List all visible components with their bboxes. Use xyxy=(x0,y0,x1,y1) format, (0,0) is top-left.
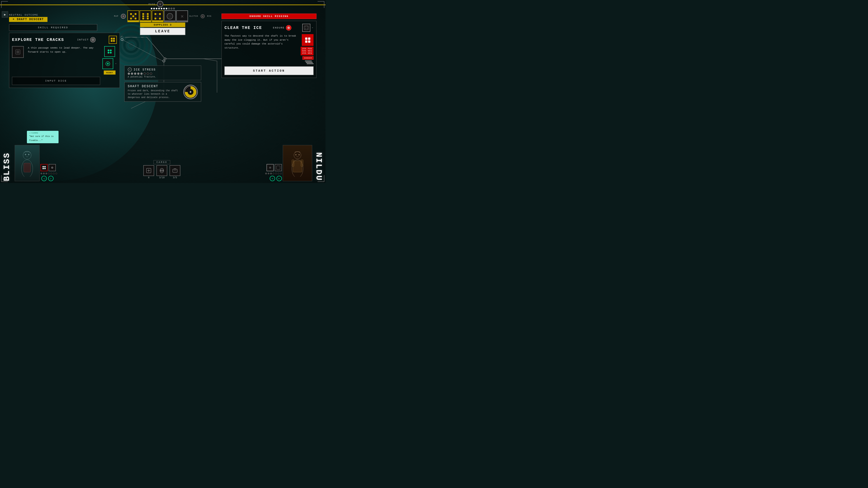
svg-point-22 xyxy=(307,26,308,27)
corner-decoration-br xyxy=(318,175,324,182)
skill-type-label: INTUIT xyxy=(77,38,89,41)
cargo-item-1: 0 xyxy=(143,165,154,179)
svg-rect-58 xyxy=(301,160,303,166)
right-action-desc: The fastest way to descend the shaft is … xyxy=(224,34,298,64)
left-char-group: //COMMS "Not sure if this is fixable..." xyxy=(13,131,59,181)
neutral-outcome-label: NEUTRAL OUTCOME xyxy=(9,13,120,16)
left-nav-fwd[interactable]: ▷ xyxy=(48,176,54,181)
x-icon: ✕ xyxy=(128,68,132,72)
cargo-icon-3[interactable] xyxy=(169,165,180,176)
dice-slot-3[interactable] xyxy=(152,10,164,22)
dice-slot-2[interactable] xyxy=(140,10,151,22)
supplies-text: SUPPLIES 3 xyxy=(154,24,172,26)
right-die-slot-row: - xyxy=(302,24,313,32)
progress-dots xyxy=(151,8,175,9)
stress-dot-7 xyxy=(147,72,149,75)
dice-slot-4[interactable] xyxy=(164,10,176,22)
leave-label: LEAVE xyxy=(155,29,170,33)
svg-point-11 xyxy=(92,39,93,40)
right-progress xyxy=(265,173,282,174)
die-slot-cyan[interactable] xyxy=(104,46,115,57)
endure-missing-text: ENDURE SKILL MISSING xyxy=(250,15,288,18)
bp-dot-2 xyxy=(43,173,45,174)
endure-skill: ENDURE xyxy=(273,25,291,31)
comms-bubble: //COMMS "Not sure if this is fixable..." xyxy=(27,131,59,143)
die-slot-green-row: - xyxy=(102,58,117,69)
comms-label: //COMMS xyxy=(29,132,56,134)
die-slot-green[interactable] xyxy=(102,58,113,69)
rbp-3 xyxy=(270,173,272,174)
right-die-1[interactable]: ⊗ xyxy=(267,164,274,171)
rbp-4 xyxy=(273,173,274,174)
svg-point-7 xyxy=(123,15,124,17)
left-die-2[interactable] xyxy=(49,164,56,171)
left-nav-arrow[interactable]: ▶ xyxy=(2,11,8,18)
shaft-title: SHAFT DESCENT xyxy=(128,85,181,88)
glitch-gear-icon xyxy=(199,13,206,20)
svg-point-19 xyxy=(288,27,289,29)
start-action-label: START ACTION xyxy=(253,69,285,72)
top-dice-row xyxy=(151,8,175,9)
shaft-descent-card: SHAFT DESCENT Frozen and dark, descendin… xyxy=(124,82,201,102)
stress-dot-1 xyxy=(128,72,130,75)
danger-tag: DANGER xyxy=(303,56,313,60)
right-die-slot[interactable] xyxy=(302,24,310,32)
bottom-section: BLISS //COMMS "Not sure if this is fixab… xyxy=(0,131,326,183)
cargo-label: CARGO xyxy=(153,160,170,164)
clear-ice-card: CLEAR THE ICE ENDURE xyxy=(221,21,316,78)
minus-sign: - xyxy=(115,62,117,66)
stripe-icon xyxy=(305,61,313,64)
shaft-desc: Frozen and dark, descending the shaft to… xyxy=(128,89,181,99)
char-right: ⊗ xyxy=(265,145,323,181)
left-nav-back[interactable]: ◁ xyxy=(41,176,47,181)
right-die-2[interactable] xyxy=(275,164,282,171)
rig-label: RIG xyxy=(207,15,211,18)
bp-dot-5 xyxy=(51,173,52,174)
right-nav-icons: ⊲ ⊳ xyxy=(270,176,282,181)
bp-dot-3 xyxy=(45,173,47,174)
ice-stress-dots xyxy=(128,72,152,75)
corner-decoration-bl xyxy=(1,175,8,182)
right-char-group: ⊗ xyxy=(265,145,312,181)
map-gear-icon xyxy=(120,13,127,20)
neutral-outcome: NEUTRAL OUTCOME + SHAFT DESCENT xyxy=(9,13,120,22)
skill-type: INTUIT xyxy=(77,37,96,42)
stress-dot-3 xyxy=(134,72,136,75)
dice-slot-1[interactable] xyxy=(127,10,139,22)
char-left: BLISS //COMMS "Not sure if this is fixab… xyxy=(2,131,59,181)
svg-rect-49 xyxy=(173,169,177,172)
start-action-button[interactable]: START ACTION xyxy=(224,66,313,75)
cargo-icon-2[interactable] xyxy=(156,165,167,176)
svg-point-9 xyxy=(202,15,203,17)
right-nav-fast-back[interactable]: ⊲ xyxy=(270,176,275,181)
stress-dot-5 xyxy=(141,72,143,75)
pos-outcome: 25% POS xyxy=(302,48,312,50)
cargo-icon-1[interactable] xyxy=(143,165,154,176)
input-dice-bar[interactable]: INPUT DICE xyxy=(12,77,100,85)
shaft-dial[interactable]: + xyxy=(183,85,198,99)
shaft-card-text: SHAFT DESCENT Frozen and dark, descendin… xyxy=(128,85,181,99)
left-progress xyxy=(40,173,57,174)
svg-point-54 xyxy=(296,154,297,156)
glitch-label: GLITCH xyxy=(189,15,198,18)
endure-icon xyxy=(286,25,291,31)
push-button[interactable]: ▲ xyxy=(157,1,163,7)
right-action-body: The fastest way to descend the shaft is … xyxy=(224,34,313,64)
stress-dot-4 xyxy=(137,72,140,75)
action-card-body: A thin passage seems to lead deeper. The… xyxy=(12,46,117,74)
dice-slot-5[interactable]: ✕ xyxy=(176,10,188,22)
stress-dot-6 xyxy=(144,72,146,75)
ice-stress-card: ✕ ICE STRESS A potential fracture. xyxy=(124,66,201,80)
input-dice-label: INPUT DICE xyxy=(45,79,67,82)
bp-dot-6 xyxy=(53,173,55,174)
danger-die[interactable] xyxy=(302,34,313,46)
leave-button[interactable]: LEAVE xyxy=(140,28,185,35)
rbp-1 xyxy=(265,173,267,174)
left-die-1[interactable] xyxy=(40,164,48,171)
intuit-die-slot[interactable] xyxy=(109,36,117,44)
right-nav-fast-fwd[interactable]: ⊳ xyxy=(276,176,282,181)
svg-point-42 xyxy=(25,154,26,155)
rbp-2 xyxy=(268,173,270,174)
intuit-icon xyxy=(90,37,96,42)
progress-dot-4 xyxy=(158,8,160,9)
